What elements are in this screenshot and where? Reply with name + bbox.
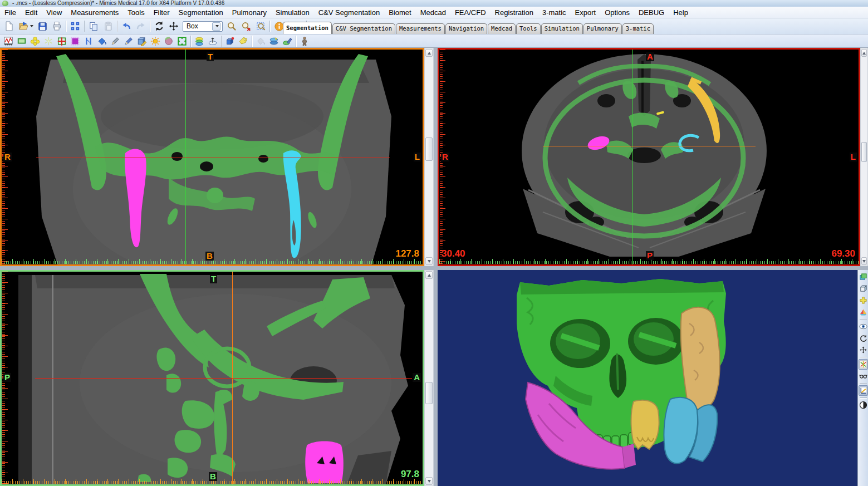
- tab-3matic[interactable]: 3-matic: [622, 23, 654, 34]
- menu-edit[interactable]: Edit: [21, 8, 42, 17]
- new-document-icon[interactable]: [2, 19, 16, 33]
- window-title: - .mcs - (Lossless Compression)* - Mimic…: [12, 0, 224, 6]
- menu-filter[interactable]: Filter: [149, 8, 174, 17]
- paste-icon[interactable]: [101, 19, 115, 33]
- axial-scrollbar[interactable]: [860, 48, 868, 266]
- coronal-scroll-thumb[interactable]: [425, 138, 433, 161]
- smooth-3d-icon[interactable]: [281, 35, 294, 47]
- axes-indicator-icon[interactable]: [859, 359, 868, 370]
- coronal-scrollbar[interactable]: [424, 48, 434, 266]
- menu-options[interactable]: Options: [600, 8, 634, 17]
- layers-2d3d-icon[interactable]: [859, 272, 868, 282]
- tab-pulmonary[interactable]: Pulmonary: [583, 23, 622, 34]
- view3d-viewport[interactable]: [438, 270, 857, 486]
- boolean-operations-icon[interactable]: [55, 35, 68, 47]
- tab-segmentation[interactable]: Segmentation: [283, 22, 332, 34]
- snap-grid-icon[interactable]: [68, 19, 82, 33]
- coronal-ct-image: [2, 50, 423, 264]
- calculate-3d-multiple-icon[interactable]: [267, 35, 281, 47]
- open-file-dropdown-icon[interactable]: [30, 25, 33, 27]
- chart-axes-icon[interactable]: [859, 385, 868, 396]
- axial-scroll-down[interactable]: [861, 257, 867, 265]
- smart-fill-icon[interactable]: [149, 35, 162, 47]
- menu-export[interactable]: Export: [571, 8, 601, 17]
- menu-help[interactable]: Help: [669, 8, 693, 17]
- split-mask-icon[interactable]: [82, 35, 95, 47]
- stereo-glasses-icon[interactable]: [859, 371, 868, 381]
- axial-scroll-up[interactable]: [861, 49, 867, 57]
- zoom-in-icon[interactable]: [224, 19, 239, 33]
- menu-biomet[interactable]: Biomet: [384, 8, 415, 17]
- menu-fea-cfd[interactable]: FEA/CFD: [450, 8, 491, 17]
- sagittal-viewport[interactable]: T B P A 97.8: [0, 270, 424, 486]
- morphology-icon[interactable]: [162, 35, 175, 47]
- human-model-icon[interactable]: [298, 35, 311, 47]
- coronal-viewport[interactable]: T B R L 127.8: [0, 48, 424, 266]
- registration-puzzle-icon[interactable]: [859, 295, 868, 306]
- menu-3matic[interactable]: 3-matic: [538, 8, 571, 17]
- tab-tools[interactable]: Tools: [516, 23, 541, 34]
- sagittal-scrollbar[interactable]: [424, 270, 434, 486]
- axial-scroll-thumb[interactable]: [861, 142, 867, 162]
- zoom-box-icon[interactable]: [253, 19, 268, 33]
- tab-cv-segmentation[interactable]: C&V Segmentation: [332, 23, 395, 34]
- menu-medcad[interactable]: Medcad: [416, 8, 450, 17]
- sagittal-scroll-down[interactable]: [425, 477, 433, 485]
- draw-pencil-icon[interactable]: [122, 35, 135, 47]
- menu-cv-segmentation[interactable]: C&V Segmentation: [314, 8, 385, 17]
- tab-medcad[interactable]: Medcad: [488, 23, 516, 34]
- print-icon[interactable]: [50, 19, 64, 33]
- sagittal-scroll-thumb[interactable]: [425, 382, 433, 404]
- contrast-invert-icon[interactable]: [859, 400, 868, 410]
- edit-mask-3d-icon[interactable]: [135, 35, 149, 47]
- multiple-slice-edit-icon[interactable]: [95, 35, 109, 47]
- copy-icon[interactable]: [86, 19, 101, 33]
- edit-mask-icon[interactable]: [68, 35, 82, 47]
- fill-bucket-disabled-icon[interactable]: [254, 35, 267, 47]
- save-icon[interactable]: [35, 19, 50, 33]
- zoom-mode-select[interactable]: Box: [183, 21, 223, 32]
- menu-tools[interactable]: Tools: [123, 8, 149, 17]
- pyramid-view-icon[interactable]: [859, 307, 868, 317]
- pan-3d-icon[interactable]: [859, 345, 868, 355]
- cavity-fill-icon[interactable]: [206, 35, 219, 47]
- calculate-3d-icon[interactable]: [223, 35, 237, 47]
- axial-viewport[interactable]: A P R L 30.40 69.30: [438, 48, 860, 266]
- rotate-3d-icon[interactable]: [859, 333, 868, 343]
- cube-view-icon[interactable]: [859, 283, 868, 294]
- undo-icon[interactable]: [119, 19, 134, 33]
- menu-segmentation[interactable]: Segmentation: [174, 8, 228, 17]
- redo-icon[interactable]: [134, 19, 148, 33]
- label-tag-icon[interactable]: [237, 35, 250, 47]
- menu-file[interactable]: File: [0, 8, 21, 17]
- crop-mask-icon[interactable]: [175, 35, 189, 47]
- crop-project-icon[interactable]: [15, 35, 28, 47]
- tab-navigation[interactable]: Navigation: [445, 23, 487, 34]
- axial-ct-image: [439, 50, 859, 264]
- calculate-polylines-icon[interactable]: [193, 35, 206, 47]
- erase-pen-icon[interactable]: [109, 35, 122, 47]
- refresh-icon[interactable]: [152, 19, 166, 33]
- thresholding-icon[interactable]: [2, 35, 15, 47]
- workspace-tabstrip: Segmentation C&V Segmentation Measuremen…: [283, 22, 654, 34]
- menu-registration[interactable]: Registration: [491, 8, 538, 17]
- dynamic-region-growing-icon[interactable]: [42, 35, 55, 47]
- segmentation-toolbar: [0, 35, 868, 48]
- workspace: T B R L 127.8: [0, 48, 868, 486]
- tab-measurements[interactable]: Measurements: [396, 23, 445, 34]
- eye-visibility-icon[interactable]: [859, 321, 868, 332]
- menu-measurements[interactable]: Measurements: [66, 8, 123, 17]
- region-growing-icon[interactable]: [28, 35, 42, 47]
- zoom-mode-dropdown-icon[interactable]: [212, 22, 220, 31]
- sagittal-scroll-up[interactable]: [425, 271, 433, 279]
- coronal-scroll-up[interactable]: [425, 49, 433, 57]
- menu-debug[interactable]: DEBUG: [634, 8, 669, 17]
- menu-simulation[interactable]: Simulation: [271, 8, 314, 17]
- coronal-scroll-down[interactable]: [425, 257, 433, 265]
- menu-view[interactable]: View: [42, 8, 66, 17]
- tab-simulation[interactable]: Simulation: [541, 23, 583, 34]
- menu-pulmonary[interactable]: Pulmonary: [228, 8, 271, 17]
- open-file-icon[interactable]: [16, 19, 35, 33]
- unzoom-icon[interactable]: [239, 19, 253, 33]
- pan-icon[interactable]: [166, 19, 181, 33]
